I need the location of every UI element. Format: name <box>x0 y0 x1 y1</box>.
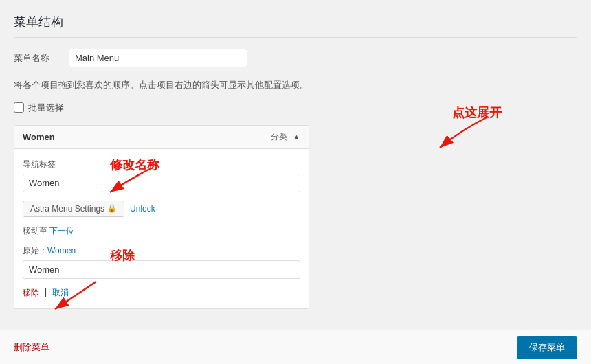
page-wrapper: 菜单结构 菜单名称 将各个项目拖到您喜欢的顺序。点击项目右边的箭头可显示其他配置… <box>0 0 591 364</box>
save-menu-button[interactable]: 保存菜单 <box>517 336 577 359</box>
remove-link[interactable]: 移除 <box>23 287 39 299</box>
menu-item-meta: 分类 ▲ <box>271 131 300 143</box>
astra-settings-row: Astra Menu Settings 🔒 Unlock <box>23 201 300 217</box>
menu-item-category: 分类 <box>271 131 287 143</box>
menu-item-header: Women 分类 ▲ <box>14 126 309 149</box>
page-title: 菜单结构 <box>14 14 577 38</box>
bulk-select-row: 批量选择 <box>14 102 577 114</box>
lock-icon: 🔒 <box>107 204 117 213</box>
delete-menu-link[interactable]: 删除菜单 <box>14 341 49 354</box>
nav-label-group: 导航标签 <box>23 159 300 192</box>
menu-name-input[interactable] <box>69 49 247 67</box>
menu-item-title: Women <box>23 132 55 142</box>
unlock-link[interactable]: Unlock <box>130 204 155 214</box>
menu-name-label: 菜单名称 <box>14 52 69 65</box>
original-text: 原始： <box>23 246 47 255</box>
bulk-select-checkbox[interactable] <box>14 102 24 113</box>
original-input[interactable] <box>23 260 300 279</box>
menu-item-card: Women 分类 ▲ 导航标签 Astra Menu Settings � <box>14 125 309 309</box>
action-row: 移除 | 取消 <box>23 287 300 299</box>
nav-label-input[interactable] <box>23 174 300 192</box>
expand-arrow[interactable]: ▲ <box>293 133 300 141</box>
original-row: 原始：Women <box>23 245 300 279</box>
move-label: 移动至 <box>23 226 47 236</box>
cancel-link[interactable]: 取消 <box>52 287 69 299</box>
menu-name-row: 菜单名称 <box>14 49 577 67</box>
original-link[interactable]: Women <box>47 246 76 255</box>
info-text: 将各个项目拖到您喜欢的顺序。点击项目右边的箭头可显示其他配置选项。 <box>14 78 577 92</box>
bulk-select-label[interactable]: 批量选择 <box>28 102 64 114</box>
astra-settings-button: Astra Menu Settings 🔒 <box>23 201 124 217</box>
bottom-bar: 删除菜单 保存菜单 <box>0 330 591 364</box>
astra-settings-label: Astra Menu Settings <box>30 204 104 214</box>
menu-item-body: 导航标签 Astra Menu Settings 🔒 Unlock 移动至 下一… <box>14 149 309 308</box>
content-area: 菜单结构 菜单名称 将各个项目拖到您喜欢的顺序。点击项目右边的箭头可显示其他配置… <box>0 0 591 350</box>
move-row: 移动至 下一位 <box>23 225 300 237</box>
nav-label-label: 导航标签 <box>23 159 300 170</box>
original-label: 原始：Women <box>23 245 300 257</box>
move-next-link[interactable]: 下一位 <box>49 226 74 236</box>
action-separator: | <box>45 287 47 299</box>
